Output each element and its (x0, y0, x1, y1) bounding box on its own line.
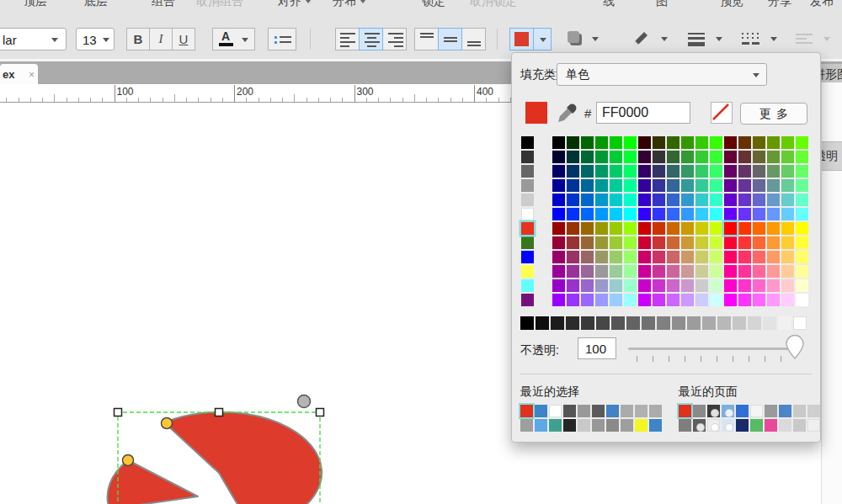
palette-cell[interactable] (796, 222, 808, 235)
palette-cell[interactable] (667, 151, 679, 163)
palette-cell[interactable] (638, 194, 651, 206)
palette-cell[interactable] (624, 165, 637, 178)
palette-cell[interactable] (681, 294, 694, 306)
palette-cell[interactable] (781, 136, 794, 149)
palette-cell[interactable] (738, 251, 751, 263)
palette-cell[interactable] (796, 279, 808, 292)
palette-cell[interactable] (738, 265, 751, 278)
resize-handle-top-center[interactable] (216, 409, 223, 416)
recent-page-thumb[interactable] (807, 419, 820, 432)
recent-color[interactable] (649, 405, 662, 417)
recent-color[interactable] (549, 405, 562, 417)
palette-cell[interactable] (552, 294, 565, 306)
palette-cell[interactable] (638, 279, 651, 292)
basic-color-cell[interactable] (521, 194, 534, 206)
palette-cell[interactable] (638, 294, 651, 306)
palette-cell[interactable] (667, 136, 679, 149)
grayscale-cell[interactable] (657, 316, 670, 330)
recent-page-thumb[interactable] (722, 405, 734, 417)
palette-cell[interactable] (710, 208, 722, 220)
recent-page-thumb[interactable] (707, 419, 720, 432)
palette-cell[interactable] (767, 236, 780, 249)
palette-cell[interactable] (567, 194, 579, 206)
palette-cell[interactable] (753, 151, 765, 163)
palette-cell[interactable] (653, 136, 665, 149)
palette-cell[interactable] (753, 208, 765, 220)
palette-cell[interactable] (595, 222, 608, 235)
palette-cell[interactable] (738, 208, 751, 220)
palette-cell[interactable] (710, 236, 722, 249)
palette-cell[interactable] (710, 165, 722, 178)
basic-color-cell[interactable] (521, 136, 534, 149)
palette-cell[interactable] (724, 279, 737, 292)
recent-color[interactable] (635, 405, 647, 417)
recent-page-thumb[interactable] (765, 419, 777, 432)
palette-cell[interactable] (767, 251, 780, 263)
palette-cell[interactable] (681, 236, 694, 249)
recent-color[interactable] (563, 419, 576, 432)
palette-cell[interactable] (567, 236, 579, 249)
palette-cell[interactable] (681, 251, 694, 263)
palette-cell[interactable] (753, 222, 765, 235)
palette-cell[interactable] (781, 179, 794, 192)
grayscale-cell[interactable] (717, 316, 731, 330)
resize-handle-top-left[interactable] (115, 409, 122, 416)
palette-cell[interactable] (767, 222, 780, 235)
palette-cell[interactable] (695, 179, 708, 192)
palette-cell[interactable] (552, 251, 565, 263)
palette-cell[interactable] (552, 208, 565, 220)
palette-cell[interactable] (638, 136, 651, 149)
palette-cell[interactable] (653, 165, 665, 178)
palette-cell[interactable] (767, 179, 780, 192)
palette-cell[interactable] (610, 265, 622, 278)
grayscale-cell[interactable] (611, 316, 625, 330)
palette-cell[interactable] (667, 265, 679, 278)
palette-cell[interactable] (710, 179, 722, 192)
palette-cell[interactable] (552, 179, 565, 192)
palette-cell[interactable] (624, 251, 637, 263)
recent-page-thumb[interactable] (765, 405, 777, 417)
hex-color-input[interactable] (596, 102, 690, 124)
palette-cell[interactable] (595, 194, 608, 206)
palette-cell[interactable] (781, 265, 794, 278)
palette-cell[interactable] (567, 151, 579, 163)
basic-color-cell[interactable] (521, 165, 534, 178)
palette-cell[interactable] (581, 208, 594, 220)
palette-cell[interactable] (738, 194, 751, 206)
palette-cell[interactable] (595, 136, 608, 149)
recent-page-thumb[interactable] (736, 405, 749, 417)
palette-cell[interactable] (552, 136, 565, 149)
palette-cell[interactable] (624, 136, 637, 149)
palette-cell[interactable] (624, 222, 637, 235)
palette-cell[interactable] (781, 165, 794, 178)
palette-cell[interactable] (724, 265, 737, 278)
palette-cell[interactable] (638, 208, 651, 220)
palette-cell[interactable] (552, 236, 565, 249)
grayscale-cell[interactable] (687, 316, 701, 330)
palette-cell[interactable] (724, 165, 737, 178)
grayscale-cell[interactable] (778, 316, 791, 330)
recent-color[interactable] (606, 405, 619, 417)
palette-cell[interactable] (753, 251, 765, 263)
palette-cell[interactable] (724, 251, 737, 263)
palette-cell[interactable] (681, 136, 694, 149)
palette-cell[interactable] (624, 236, 637, 249)
palette-cell[interactable] (567, 279, 579, 292)
palette-cell[interactable] (724, 222, 737, 235)
palette-cell[interactable] (667, 279, 679, 292)
palette-cell[interactable] (552, 165, 565, 178)
palette-cell[interactable] (638, 151, 651, 163)
recent-color[interactable] (578, 405, 590, 417)
palette-cell[interactable] (695, 265, 708, 278)
palette-cell[interactable] (610, 136, 622, 149)
align-vertical-1[interactable] (438, 28, 462, 50)
palette-cell[interactable] (667, 236, 679, 249)
palette-cell[interactable] (681, 151, 694, 163)
palette-cell[interactable] (595, 294, 608, 306)
resize-handle-top-right[interactable] (317, 409, 324, 416)
palette-cell[interactable] (796, 179, 808, 192)
palette-cell[interactable] (681, 165, 694, 178)
recent-color[interactable] (621, 405, 633, 417)
palette-cell[interactable] (695, 222, 708, 235)
palette-cell[interactable] (581, 222, 594, 235)
